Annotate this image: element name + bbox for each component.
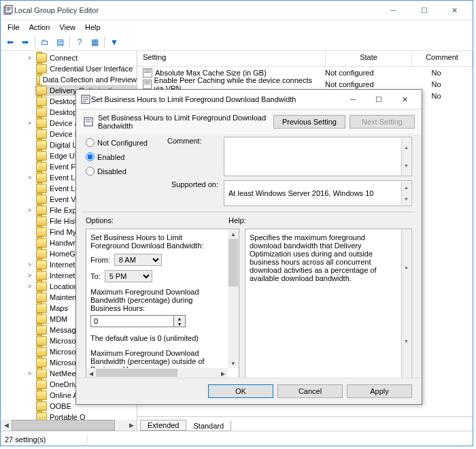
tree-item[interactable]: Credential User Interface — [35, 63, 137, 74]
folder-icon — [36, 162, 47, 171]
directory-icon[interactable]: 🗀 — [38, 35, 52, 49]
dialog-close-button[interactable]: ✕ — [392, 92, 418, 107]
menu-help[interactable]: Help — [81, 22, 105, 33]
folder-icon — [36, 118, 47, 128]
folder-icon — [36, 86, 47, 95]
dialog-icon — [80, 94, 91, 105]
supported-label: Supported on: — [167, 180, 218, 206]
properties-icon[interactable]: ▦ — [88, 35, 101, 49]
menu-action[interactable]: Action — [25, 22, 54, 33]
folder-icon — [36, 227, 47, 237]
folder-icon — [36, 369, 47, 378]
col-comment[interactable]: Comment — [412, 51, 473, 66]
folder-icon — [36, 358, 47, 367]
options-label: Options: — [86, 216, 228, 224]
default-note: The default value is 0 (unlimited) — [90, 334, 221, 342]
folder-icon — [36, 140, 47, 150]
radio-disabled[interactable]: Disabled — [86, 167, 160, 176]
titlebar: Local Group Policy Editor ─ ☐ ✕ — [1, 1, 473, 20]
folder-icon — [36, 314, 47, 324]
folder-icon — [36, 195, 47, 204]
folder-icon — [36, 271, 47, 280]
cancel-button[interactable]: Cancel — [277, 384, 343, 398]
list-icon[interactable]: ▤ — [53, 35, 67, 49]
to-select[interactable]: 5 PM — [105, 270, 152, 282]
toolbar: ⬅ ➡ 🗀 ▤ ? ▦ ▼ — [1, 34, 473, 51]
folder-icon — [36, 64, 47, 73]
folder-icon — [36, 129, 47, 139]
radio-not-configured[interactable]: Not Configured — [86, 138, 160, 147]
folder-icon — [36, 282, 47, 291]
tab-standard[interactable]: Standard — [186, 420, 231, 431]
policy-icon — [83, 116, 94, 127]
folder-icon — [36, 390, 47, 400]
to-label: To: — [90, 272, 101, 280]
col-setting[interactable]: Setting — [137, 51, 326, 66]
apply-button[interactable]: Apply — [347, 384, 412, 398]
folder-icon — [36, 216, 47, 226]
back-icon[interactable]: ⬅ — [3, 35, 17, 49]
forward-icon[interactable]: ➡ — [18, 35, 32, 49]
folder-icon — [36, 293, 47, 302]
help-icon[interactable]: ? — [73, 35, 86, 49]
comment-label: Comment: — [167, 137, 218, 176]
radio-enabled[interactable]: Enabled — [86, 152, 160, 161]
help-panel: Specifies the maximum foreground downloa… — [245, 229, 412, 380]
dialog-minimize-button[interactable]: ─ — [340, 92, 366, 107]
max-bh-label: Maximum Foreground Download Bandwidth (p… — [90, 288, 221, 312]
ok-button[interactable]: OK — [208, 384, 273, 398]
window-title: Local Group Policy Editor — [14, 6, 378, 14]
statusbar: 27 setting(s) — [1, 431, 473, 448]
policy-dialog: Set Business Hours to Limit Foreground D… — [75, 89, 422, 405]
folder-icon — [36, 97, 47, 106]
folder-icon — [36, 380, 47, 389]
from-select[interactable]: 8 AM — [114, 254, 162, 266]
folder-icon — [36, 151, 47, 161]
setting-icon — [143, 68, 152, 78]
gpedit-icon — [3, 5, 14, 16]
help-label: Help: — [228, 216, 246, 224]
dialog-heading: Set Business Hours to Limit Foreground D… — [98, 114, 269, 130]
folder-icon — [36, 325, 47, 335]
dialog-title: Set Business Hours to Limit Foreground D… — [91, 95, 340, 103]
previous-setting-button[interactable]: Previous Setting — [273, 115, 345, 129]
folder-icon — [36, 336, 47, 346]
menu-file[interactable]: File — [3, 22, 24, 33]
list-header: Setting State Comment — [137, 51, 473, 67]
folder-icon — [36, 184, 47, 193]
bottom-tabs: Extended Standard — [137, 416, 473, 431]
tree-item[interactable]: Data Collection and Preview — [35, 74, 137, 85]
filter-icon[interactable]: ▼ — [107, 35, 121, 49]
dialog-maximize-button[interactable]: ☐ — [366, 92, 392, 107]
options-vscroll[interactable]: ▲▼ — [228, 229, 239, 368]
menubar: File Action View Help — [1, 20, 473, 34]
folder-icon — [36, 401, 47, 411]
dialog-titlebar: Set Business Hours to Limit Foreground D… — [76, 90, 422, 110]
setting-icon — [143, 80, 152, 89]
status-count: 27 setting(s) — [5, 435, 88, 444]
help-text: Specifies the maximum foreground downloa… — [250, 233, 407, 282]
folder-icon — [36, 107, 47, 117]
folder-icon — [36, 347, 47, 356]
opt-title: Set Business Hours to Limit Foreground D… — [90, 233, 221, 250]
main-window: Local Group Policy Editor ─ ☐ ✕ File Act… — [0, 0, 473, 446]
menu-view[interactable]: View — [55, 22, 80, 33]
tree-hscroll[interactable]: ◀▶ — [1, 420, 137, 431]
from-label: From: — [90, 256, 110, 264]
col-state[interactable]: State — [326, 51, 412, 66]
maximize-button[interactable]: ☐ — [409, 2, 439, 18]
folder-icon — [36, 238, 47, 248]
comment-input[interactable]: ▲▼ — [224, 137, 412, 176]
tab-extended[interactable]: Extended — [140, 420, 186, 431]
minimize-button[interactable]: ─ — [378, 2, 409, 18]
folder-icon — [36, 260, 47, 269]
folder-icon — [36, 173, 47, 182]
tree-item[interactable]: Connect — [35, 52, 137, 63]
next-setting-button[interactable]: Next Setting — [350, 115, 415, 129]
supported-box: At least Windows Server 2016, Windows 10… — [224, 180, 412, 206]
folder-icon — [36, 53, 47, 63]
folder-icon — [36, 303, 47, 313]
folder-icon — [36, 249, 47, 259]
close-button[interactable]: ✕ — [439, 2, 470, 18]
max-bh-input[interactable]: 0▲▼ — [90, 315, 186, 327]
